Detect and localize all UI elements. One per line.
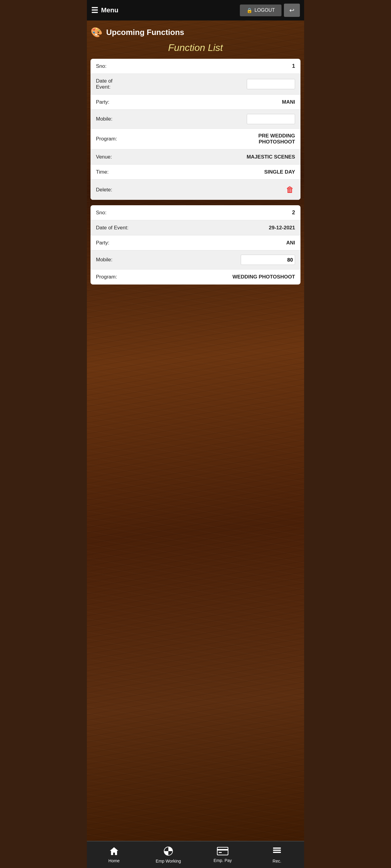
page-title-section: 🎨 Upcoming Functions	[90, 27, 301, 38]
home-label: Home	[108, 858, 119, 863]
mobile-row-1: Mobile:	[90, 110, 301, 129]
nav-emp-working[interactable]: Emp Working	[141, 841, 196, 868]
sno-value-2: 2	[292, 210, 295, 216]
svg-rect-5	[273, 847, 281, 849]
page-content: 🎨 Upcoming Functions Function List Sno: …	[87, 21, 304, 868]
date-label-2: Date of Event:	[96, 225, 129, 231]
date-input-1[interactable]	[247, 79, 295, 89]
date-value-2: 29-12-2021	[269, 225, 295, 231]
palette-icon: 🎨	[90, 27, 103, 38]
nav-home[interactable]: Home	[87, 841, 141, 868]
sno-row-1: Sno: 1	[90, 59, 301, 74]
svg-rect-3	[217, 849, 228, 850]
party-row-2: Party: ANI	[90, 236, 301, 250]
party-value-1: MANI	[282, 99, 295, 105]
svg-rect-6	[273, 849, 281, 851]
nav-rec[interactable]: Rec.	[250, 841, 304, 868]
svg-marker-0	[110, 847, 118, 855]
svg-rect-4	[219, 852, 222, 853]
venue-value-1: MAJESTIC SCENES	[247, 154, 295, 160]
party-row-1: Party: MANI	[90, 95, 301, 110]
header-actions: 🔒 LOGOUT ↩	[240, 4, 300, 17]
date-label-1: Date ofEvent:	[96, 78, 113, 90]
mobile-input-1[interactable]	[247, 114, 295, 124]
svg-rect-2	[217, 847, 228, 855]
rec-icon	[272, 846, 282, 858]
emp-working-label: Emp Working	[156, 859, 181, 864]
date-row-2: Date of Event: 29-12-2021	[90, 220, 301, 236]
menu-label: Menu	[101, 6, 118, 14]
delete-label-1: Delete:	[96, 187, 112, 193]
party-label-1: Party:	[96, 99, 109, 105]
lock-icon: 🔒	[247, 7, 253, 13]
function-card-1: Sno: 1 Date ofEvent: Party: MANI Mobile:…	[90, 59, 301, 200]
program-value-1: PRE WEDDINGPHOTOSHOOT	[258, 133, 295, 145]
logout-button[interactable]: 🔒 LOGOUT	[240, 4, 281, 16]
function-list-title: Function List	[90, 42, 301, 53]
emp-pay-label: Emp. Pay	[214, 858, 232, 863]
rec-label: Rec.	[273, 859, 281, 864]
program-value-2: WEDDING PHOTOSHOOT	[232, 274, 295, 280]
header: ☰ Menu 🔒 LOGOUT ↩	[87, 0, 304, 21]
delete-button-1[interactable]: 🗑	[285, 184, 295, 195]
party-value-2: ANI	[286, 240, 295, 246]
program-label-2: Program:	[96, 274, 117, 280]
sno-label-1: Sno:	[96, 63, 107, 69]
time-label-1: Time:	[96, 169, 109, 175]
venue-row-1: Venue: MAJESTIC SCENES	[90, 150, 301, 164]
home-icon	[109, 846, 119, 857]
venue-label-1: Venue:	[96, 154, 112, 160]
time-value-1: SINGLE DAY	[264, 169, 295, 175]
mobile-input-2[interactable]: 80	[241, 255, 295, 265]
mobile-row-2: Mobile: 80	[90, 250, 301, 270]
emp-pay-icon	[217, 847, 228, 857]
menu-button[interactable]: ☰ Menu	[91, 6, 118, 15]
party-label-2: Party:	[96, 240, 109, 246]
back-icon: ↩	[289, 7, 295, 13]
mobile-label-2: Mobile:	[96, 257, 113, 263]
section-heading: Upcoming Functions	[106, 28, 184, 37]
svg-rect-7	[273, 852, 281, 853]
bottom-navigation: Home Emp Working Emp. Pay	[87, 841, 304, 868]
trash-icon-1: 🗑	[286, 185, 294, 194]
back-button[interactable]: ↩	[284, 4, 300, 17]
logout-label: LOGOUT	[254, 7, 275, 13]
mobile-label-1: Mobile:	[96, 116, 113, 122]
function-card-2: Sno: 2 Date of Event: 29-12-2021 Party: …	[90, 205, 301, 284]
date-row-1: Date ofEvent:	[90, 74, 301, 95]
emp-working-icon	[164, 846, 173, 858]
program-row-1: Program: PRE WEDDINGPHOTOSHOOT	[90, 129, 301, 150]
program-label-1: Program:	[96, 136, 117, 142]
sno-label-2: Sno:	[96, 210, 107, 216]
sno-value-1: 1	[292, 63, 295, 69]
program-row-2: Program: WEDDING PHOTOSHOOT	[90, 270, 301, 284]
time-row-1: Time: SINGLE DAY	[90, 164, 301, 180]
hamburger-icon: ☰	[91, 6, 98, 15]
delete-row-1: Delete: 🗑	[90, 180, 301, 200]
nav-emp-pay[interactable]: Emp. Pay	[196, 841, 250, 868]
sno-row-2: Sno: 2	[90, 205, 301, 220]
